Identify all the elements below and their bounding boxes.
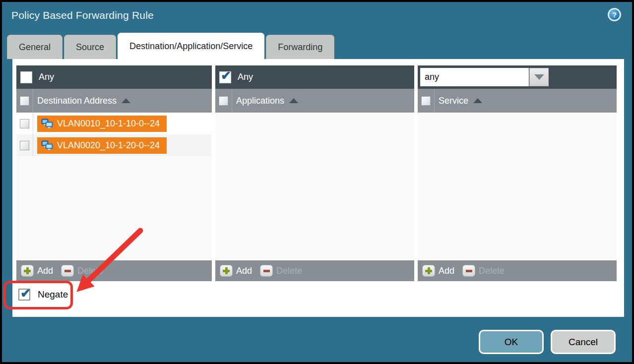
delete-minus-icon: [260, 265, 273, 277]
applications-select-all-checkbox[interactable]: [219, 96, 228, 106]
destination-row-checkbox[interactable]: [20, 141, 29, 150]
service-column-header-row: Service: [418, 89, 617, 113]
destination-add-button[interactable]: Add: [21, 265, 53, 277]
tab-source[interactable]: Source: [64, 35, 116, 59]
policy-based-forwarding-dialog: Policy Based Forwarding Rule ? General S…: [2, 2, 632, 362]
service-delete-button[interactable]: Delete: [462, 265, 505, 277]
service-toolbar: Add Delete: [418, 260, 617, 281]
destination-row: VLAN0010_10-1-10-0--24: [16, 113, 212, 134]
service-column-header[interactable]: Service: [435, 89, 482, 113]
applications-column: Any Applications Add: [215, 65, 414, 281]
delete-minus-icon: [61, 265, 74, 277]
destination-any-checkbox[interactable]: [20, 71, 32, 83]
service-dropdown-value[interactable]: any: [420, 68, 529, 86]
dialog-title: Policy Based Forwarding Rule: [11, 9, 154, 21]
applications-any-header: Any: [215, 65, 414, 89]
service-select-all-checkbox[interactable]: [421, 96, 431, 106]
applications-delete-button[interactable]: Delete: [260, 265, 302, 277]
destination-delete-button[interactable]: Delete: [61, 265, 103, 277]
destination-column-header-row: Destination Address: [16, 89, 212, 113]
destination-list: VLAN0010_10-1-10-0--24: [16, 113, 212, 260]
destination-any-header: Any: [16, 65, 212, 89]
address-object-icon: [41, 119, 53, 129]
destination-toolbar: Add Delete: [16, 260, 212, 281]
applications-any-checkbox[interactable]: [219, 71, 231, 83]
negate-checkbox[interactable]: [18, 289, 30, 301]
destination-address-column: Any Destination Address: [16, 65, 212, 281]
address-object-icon: [41, 140, 53, 151]
sort-ascending-icon: [289, 98, 298, 103]
address-object-chip[interactable]: VLAN0010_10-1-10-0--24: [37, 116, 167, 132]
sort-ascending-icon: [122, 98, 130, 103]
ok-button[interactable]: OK: [479, 330, 544, 354]
applications-column-header-label: Applications: [236, 96, 284, 106]
destination-select-all-checkbox[interactable]: [20, 96, 29, 106]
tab-destination-application-service[interactable]: Destination/Application/Service: [118, 33, 264, 59]
service-dropdown-header: any: [418, 65, 617, 89]
service-dropdown[interactable]: any: [420, 68, 549, 86]
applications-list: [215, 113, 414, 260]
help-icon: ?: [609, 9, 620, 20]
service-list: [418, 113, 617, 260]
add-plus-icon: [422, 265, 435, 277]
applications-add-button[interactable]: Add: [220, 265, 252, 277]
applications-column-header-row: Applications: [215, 89, 414, 113]
negate-row: Negate: [18, 289, 68, 301]
destination-column-header[interactable]: Destination Address: [33, 89, 130, 113]
service-column: any Service: [418, 65, 617, 281]
sort-ascending-icon: [473, 98, 482, 103]
applications-toolbar: Add Delete: [215, 260, 414, 281]
destination-any-label: Any: [39, 72, 54, 82]
address-object-label: VLAN0020_10-1-20-0--24: [57, 140, 160, 151]
service-add-button[interactable]: Add: [422, 265, 454, 277]
destination-column-header-label: Destination Address: [37, 96, 117, 106]
tab-forwarding[interactable]: Forwarding: [266, 35, 334, 59]
add-plus-icon: [220, 265, 233, 277]
add-plus-icon: [21, 265, 34, 277]
service-column-header-label: Service: [439, 96, 468, 106]
destination-row: VLAN0020_10-1-20-0--24: [16, 134, 212, 156]
cancel-button[interactable]: Cancel: [551, 330, 616, 354]
chevron-down-icon: [534, 74, 544, 80]
tab-general[interactable]: General: [7, 35, 63, 59]
applications-any-label: Any: [238, 72, 253, 82]
address-object-label: VLAN0010_10-1-10-0--24: [57, 119, 160, 129]
tab-content-panel: Any Destination Address: [12, 59, 624, 317]
help-button[interactable]: ?: [608, 8, 621, 21]
columns-container: Any Destination Address: [16, 65, 617, 281]
applications-column-header[interactable]: Applications: [232, 89, 298, 113]
delete-minus-icon: [462, 265, 475, 277]
negate-label: Negate: [38, 289, 68, 300]
address-object-chip[interactable]: VLAN0020_10-1-20-0--24: [37, 137, 167, 154]
service-dropdown-button[interactable]: [529, 68, 549, 86]
tab-bar: General Source Destination/Application/S…: [7, 33, 334, 59]
destination-row-checkbox[interactable]: [20, 119, 29, 128]
